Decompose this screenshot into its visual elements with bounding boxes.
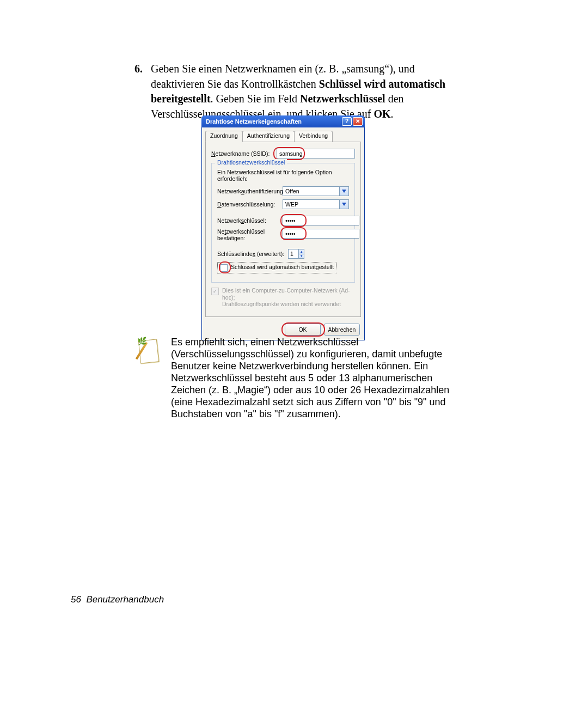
auth-value: Offen	[283, 186, 339, 196]
tab-zuordnung[interactable]: Zuordnung	[205, 131, 243, 142]
row-ssid: Netzwerkname (SSID):	[211, 149, 355, 159]
key-input[interactable]	[283, 216, 359, 226]
instr-mid: . Geben Sie im Feld	[211, 93, 300, 105]
tab-verbindung[interactable]: Verbindung	[294, 131, 333, 142]
adhoc-checkbox: ✓	[211, 288, 219, 295]
auto-key-label: Schlüssel wird automatisch bereitgestell…	[231, 264, 334, 270]
close-button[interactable]: ✕	[353, 117, 363, 126]
note-icon: 🌿	[136, 338, 159, 364]
chevron-down-icon[interactable]	[339, 186, 349, 196]
instr-end: .	[391, 108, 394, 120]
encryption-value: WEP	[283, 199, 339, 209]
fieldset-key: Drahtlosnetzwerkschlüssel Ein Netzwerksc…	[211, 163, 355, 283]
encryption-combo[interactable]: WEP	[283, 199, 349, 209]
note-text: Es empfiehlt sich, einen Netzwerkschlüss…	[171, 337, 451, 421]
tab-strip: Zuordnung Authentifizierung Verbindung	[205, 131, 361, 142]
titlebar[interactable]: Drahtlose Netzwerkeigenschaften ? ✕	[201, 115, 365, 127]
spin-down-icon[interactable]: ▼	[298, 254, 304, 259]
instr-bold-3: OK	[373, 108, 390, 120]
key-confirm-label: Netzwerkschlüsselbestätigen:	[217, 229, 283, 241]
fieldset-note: Ein Netzwerkschlüssel ist für folgende O…	[217, 169, 349, 182]
adhoc-label: Dies ist ein Computer-zu-Computer-Netzwe…	[222, 287, 355, 308]
spin-up-icon[interactable]: ▲	[298, 249, 304, 254]
footer-label: Benutzerhandbuch	[86, 594, 164, 605]
tab-authentifizierung[interactable]: Authentifizierung	[242, 131, 295, 142]
step-number: 6.	[134, 62, 143, 77]
row-adhoc: ✓ Dies ist ein Computer-zu-Computer-Netz…	[211, 287, 355, 308]
tab-panel-zuordnung: Netzwerkname (SSID): Drahtlosnetzwerksch…	[205, 142, 361, 317]
help-button[interactable]: ?	[342, 117, 352, 126]
encryption-label: Datenverschlüsselung:	[217, 201, 283, 208]
window-title: Drahtlose Netzwerkeigenschaften	[206, 118, 341, 125]
key-confirm-input[interactable]	[283, 229, 359, 239]
auto-key-checkbox[interactable]	[220, 264, 228, 272]
cancel-button[interactable]: Abbrechen	[324, 324, 360, 336]
note-block: 🌿 Es empfiehlt sich, einen Netzwerkschlü…	[136, 337, 451, 421]
step-instruction: 6. Geben Sie einen Netzwerknamen ein (z.…	[134, 62, 451, 121]
page-number: 56	[71, 594, 81, 605]
key-index-value: 1	[288, 249, 298, 259]
ssid-input[interactable]	[277, 149, 355, 159]
row-auth: Netzwerkauthentifizierung: Offen	[217, 186, 349, 196]
row-encryption: Datenverschlüsselung: WEP	[217, 199, 349, 209]
ok-button[interactable]: OK	[285, 324, 321, 336]
row-key-confirm: Netzwerkschlüsselbestätigen:	[217, 229, 349, 241]
page-footer: 56 Benutzerhandbuch	[71, 594, 164, 605]
ssid-label: Netzwerkname (SSID):	[211, 150, 277, 157]
fieldset-legend: Drahtlosnetzwerkschlüssel	[215, 159, 287, 166]
auth-combo[interactable]: Offen	[283, 186, 349, 196]
key-index-label: Schlüsselindex (erweitert):	[217, 251, 288, 257]
key-label: Netzwerkschlüssel:	[217, 217, 283, 224]
row-key-index: Schlüsselindex (erweitert): 1 ▲ ▼	[217, 249, 349, 259]
row-key: Netzwerkschlüssel:	[217, 216, 349, 226]
wireless-properties-dialog: Drahtlose Netzwerkeigenschaften ? ✕ Zuor…	[201, 115, 365, 340]
chevron-down-icon[interactable]	[339, 199, 349, 209]
row-auto-key: Schlüssel wird automatisch bereitgestell…	[217, 262, 336, 273]
instr-bold-2: Netzwerkschlüssel	[300, 93, 385, 105]
auth-label: Netzwerkauthentifizierung:	[217, 188, 283, 194]
key-index-spin[interactable]: 1 ▲ ▼	[288, 249, 304, 259]
